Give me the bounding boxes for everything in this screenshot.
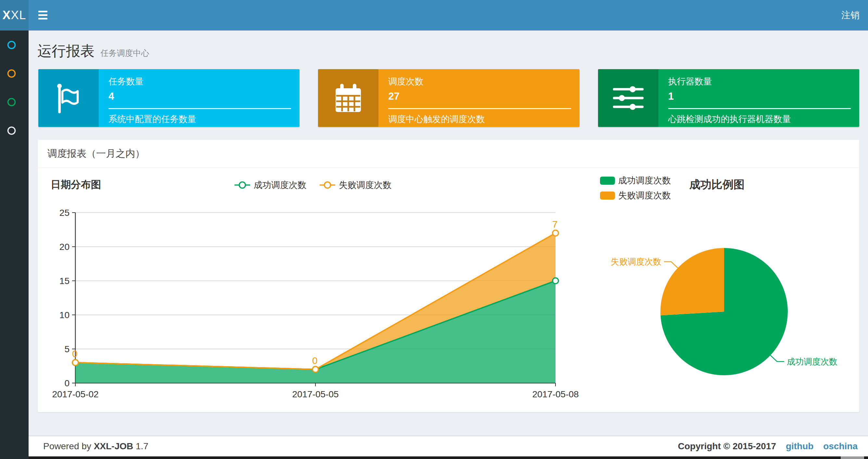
calendar-icon <box>332 82 365 114</box>
svg-text:10: 10 <box>59 310 69 320</box>
scrollbar-thumb[interactable] <box>841 456 864 459</box>
report-panel: 调度报表（一月之内） 日期分布图 成功调度次数 <box>38 140 859 412</box>
sliders-icon <box>611 81 645 115</box>
horizontal-scrollbar <box>29 456 868 459</box>
logo-text-rest: XL <box>11 8 26 22</box>
circle-icon <box>7 40 16 50</box>
sidebar-item-jobs[interactable] <box>0 59 29 88</box>
info-box-jobs: 任务数量 4 系统中配置的任务数量 <box>38 69 300 127</box>
pie-chart-section: 成功调度次数 失败调度次数 成功比例图 成功调度次数失败调度次数 <box>583 175 859 405</box>
legend-item-success[interactable]: 成功调度次数 <box>234 179 306 191</box>
logo-text-bold: X <box>3 8 11 22</box>
panel-title: 调度报表（一月之内） <box>38 140 859 168</box>
legend-item-fail[interactable]: 失败调度次数 <box>319 179 392 191</box>
svg-text:0: 0 <box>312 355 318 366</box>
info-box-row: 任务数量 4 系统中配置的任务数量 <box>29 61 868 127</box>
svg-text:20: 20 <box>59 242 69 252</box>
legend-swatch <box>600 176 615 185</box>
svg-text:2017-05-08: 2017-05-08 <box>532 389 579 399</box>
svg-text:15: 15 <box>59 276 69 286</box>
info-box-label: 任务数量 <box>108 76 291 87</box>
svg-text:0: 0 <box>72 348 78 359</box>
legend-item-success[interactable]: 成功调度次数 <box>600 175 671 186</box>
page-subtitle: 任务调度中心 <box>100 48 149 58</box>
svg-text:2017-05-05: 2017-05-05 <box>292 389 339 399</box>
top-navbar: XXL 注销 <box>0 0 868 31</box>
page-title: 运行报表 <box>37 43 95 59</box>
info-box-label: 调度次数 <box>388 76 571 87</box>
info-box-label: 执行器数量 <box>668 76 851 87</box>
svg-text:0: 0 <box>64 378 69 388</box>
product-name: XXL-JOB <box>94 441 133 451</box>
copyright: Copyright © 2015-2017 github oschina <box>678 441 858 452</box>
circle-icon <box>7 98 16 106</box>
line-chart-legend: 成功调度次数 失败调度次数 <box>43 179 583 191</box>
legend-label: 成功调度次数 <box>254 179 306 191</box>
divider <box>668 108 851 109</box>
legend-label: 失败调度次数 <box>618 190 671 201</box>
sidebar-item-help[interactable] <box>0 116 29 145</box>
info-box-description: 系统中配置的任务数量 <box>108 113 291 125</box>
svg-text:25: 25 <box>59 208 69 218</box>
legend-swatch <box>600 192 615 200</box>
legend-label: 失败调度次数 <box>339 179 392 191</box>
circle-icon <box>7 69 16 78</box>
divider <box>388 108 571 109</box>
circle-icon <box>7 126 16 135</box>
date-distribution-chart: 05101520252017-05-022017-05-052017-05-08… <box>43 197 583 405</box>
info-box-triggers: 调度次数 27 调度中心触发的调度次数 <box>318 69 579 127</box>
legend-item-fail[interactable]: 失败调度次数 <box>600 190 671 201</box>
oschina-link[interactable]: oschina <box>823 441 858 451</box>
svg-text:5: 5 <box>64 344 69 354</box>
sidebar-item-dashboard[interactable] <box>0 31 29 59</box>
svg-text:失败调度次数: 失败调度次数 <box>611 257 661 266</box>
main-content: 运行报表 任务调度中心 任务数量 4 系统中配置的任务数量 <box>29 31 868 459</box>
sidebar-toggle-icon[interactable] <box>38 11 48 20</box>
svg-text:2017-05-02: 2017-05-02 <box>52 389 98 399</box>
divider <box>108 108 291 109</box>
info-box-value: 1 <box>668 91 851 102</box>
svg-text:成功调度次数: 成功调度次数 <box>787 357 837 366</box>
legend-label: 成功调度次数 <box>618 175 671 186</box>
github-link[interactable]: github <box>786 441 814 451</box>
line-marker-icon <box>319 181 336 189</box>
logout-link[interactable]: 注销 <box>833 0 868 31</box>
page-footer: Powered by XXL-JOB 1.7 Copyright © 2015-… <box>29 436 868 456</box>
powered-by: Powered by XXL-JOB 1.7 <box>43 441 149 452</box>
info-box-value: 27 <box>388 91 571 102</box>
line-marker-icon <box>234 181 250 189</box>
info-box-executors: 执行器数量 1 心跳检测成功的执行器机器数量 <box>598 69 859 127</box>
product-version: 1.7 <box>136 441 149 451</box>
success-ratio-chart: 成功调度次数失败调度次数 <box>583 197 859 405</box>
page-header: 运行报表 任务调度中心 <box>29 31 868 61</box>
collapsed-sidebar <box>0 31 29 459</box>
sidebar-item-log[interactable] <box>0 88 29 116</box>
line-chart-section: 日期分布图 成功调度次数 <box>43 175 583 405</box>
svg-text:7: 7 <box>552 219 558 230</box>
pie-chart-title: 成功比例图 <box>689 177 745 192</box>
app-logo[interactable]: XXL <box>0 0 29 31</box>
pie-chart-legend: 成功调度次数 失败调度次数 <box>600 175 671 204</box>
flag-icon <box>52 82 85 114</box>
info-box-value: 4 <box>108 91 291 102</box>
info-box-description: 调度中心触发的调度次数 <box>388 113 571 125</box>
info-box-description: 心跳检测成功的执行器机器数量 <box>668 113 851 125</box>
